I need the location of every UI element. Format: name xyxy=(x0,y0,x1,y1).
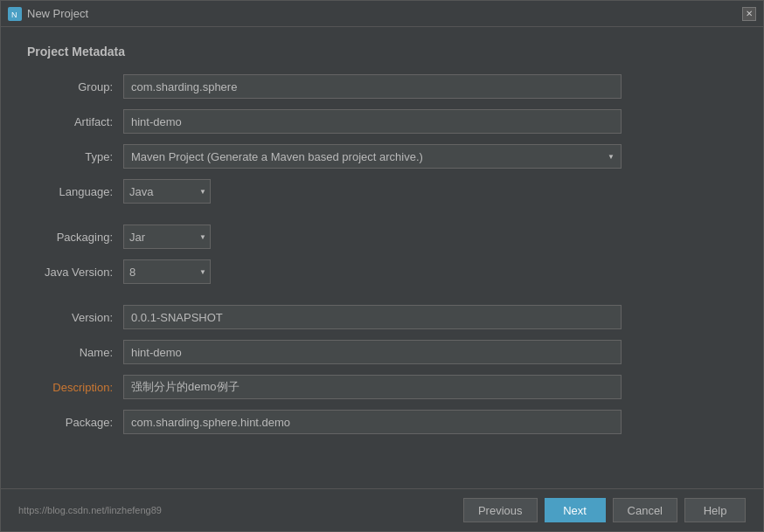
previous-button[interactable]: Previous xyxy=(463,498,538,522)
language-select-wrapper: Java Kotlin Groovy xyxy=(123,179,211,204)
version-input[interactable] xyxy=(123,305,622,329)
language-select[interactable]: Java Kotlin Groovy xyxy=(123,179,211,204)
version-label: Version: xyxy=(27,311,123,324)
section-title: Project Metadata xyxy=(27,45,737,59)
language-label: Language: xyxy=(27,185,123,198)
package-input[interactable] xyxy=(123,410,622,434)
java-version-row: Java Version: 8 11 14 15 16 xyxy=(27,259,737,284)
group-label: Group: xyxy=(27,80,123,93)
cancel-button[interactable]: Cancel xyxy=(613,498,677,522)
footer: https://blog.csdn.net/linzhefeng89 Previ… xyxy=(1,488,763,531)
window-icon: N xyxy=(8,7,22,21)
group-row: Group: xyxy=(27,74,737,99)
status-url: https://blog.csdn.net/linzhefeng89 xyxy=(18,505,456,515)
type-select[interactable]: Maven Project (Generate a Maven based pr… xyxy=(123,144,622,169)
svg-text:N: N xyxy=(11,10,17,19)
artifact-label: Artifact: xyxy=(27,115,123,128)
packaging-select-wrapper: Jar War xyxy=(123,225,211,249)
packaging-select[interactable]: Jar War xyxy=(123,225,211,249)
main-content: Project Metadata Group: Artifact: Type: … xyxy=(1,27,763,488)
artifact-input[interactable] xyxy=(123,109,622,134)
title-bar: N New Project ✕ xyxy=(1,1,763,27)
type-select-wrapper: Maven Project (Generate a Maven based pr… xyxy=(123,144,622,169)
help-button[interactable]: Help xyxy=(684,498,746,522)
java-version-select[interactable]: 8 11 14 15 16 xyxy=(123,259,211,284)
language-row: Language: Java Kotlin Groovy xyxy=(27,179,737,204)
packaging-row: Packaging: Jar War xyxy=(27,225,737,249)
description-input[interactable] xyxy=(123,375,622,399)
name-row: Name: xyxy=(27,340,737,364)
type-row: Type: Maven Project (Generate a Maven ba… xyxy=(27,144,737,169)
java-version-label: Java Version: xyxy=(27,266,123,279)
version-row: Version: xyxy=(27,305,737,329)
group-input[interactable] xyxy=(123,74,622,99)
java-version-select-wrapper: 8 11 14 15 16 xyxy=(123,259,211,284)
new-project-window: N New Project ✕ Project Metadata Group: … xyxy=(0,0,764,532)
description-row: Description: xyxy=(27,375,737,399)
artifact-row: Artifact: xyxy=(27,109,737,134)
package-label: Package: xyxy=(27,416,123,429)
type-label: Type: xyxy=(27,150,123,163)
next-button[interactable]: Next xyxy=(545,498,606,522)
name-input[interactable] xyxy=(123,340,622,364)
close-button[interactable]: ✕ xyxy=(742,7,756,21)
window-title: New Project xyxy=(27,7,742,20)
description-label: Description: xyxy=(27,381,123,394)
name-label: Name: xyxy=(27,346,123,359)
packaging-label: Packaging: xyxy=(27,231,123,244)
package-row: Package: xyxy=(27,410,737,434)
